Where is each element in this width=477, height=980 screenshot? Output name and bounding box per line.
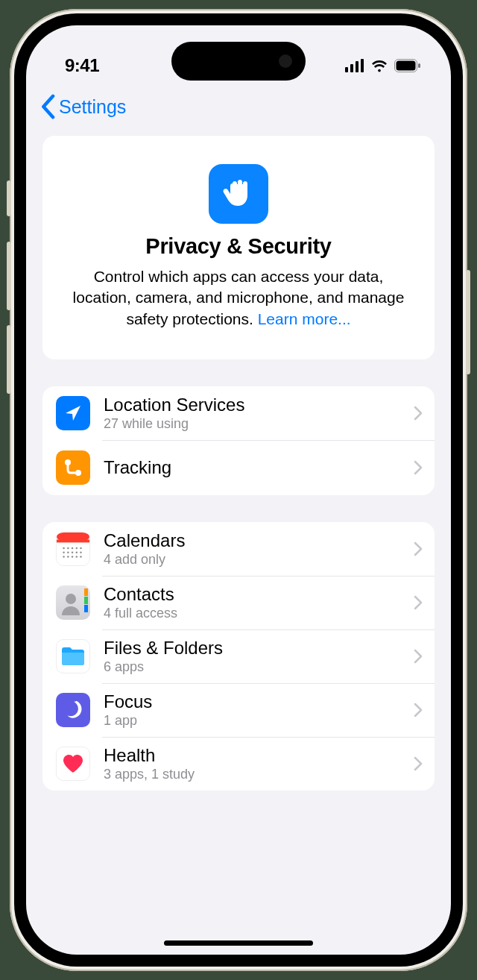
page-description-text: Control which apps can access your data,… — [73, 268, 405, 327]
svg-rect-10 — [57, 540, 89, 543]
svg-rect-3 — [361, 59, 364, 72]
svg-rect-29 — [84, 605, 88, 612]
row-tracking[interactable]: Tracking — [42, 440, 435, 495]
svg-rect-2 — [356, 61, 358, 72]
row-subtitle: 4 add only — [104, 552, 414, 568]
row-title: Files & Folders — [104, 638, 414, 659]
row-contacts[interactable]: Contacts 4 full access — [42, 576, 435, 629]
svg-point-12 — [67, 547, 69, 549]
row-title: Tracking — [104, 457, 414, 479]
row-health[interactable]: Health 3 apps, 1 study — [42, 737, 435, 791]
svg-point-18 — [72, 552, 73, 553]
row-focus[interactable]: Focus 1 app — [42, 683, 435, 737]
page-description: Control which apps can access your data,… — [63, 266, 414, 330]
row-title: Location Services — [104, 395, 414, 416]
svg-point-17 — [67, 552, 69, 553]
svg-point-19 — [76, 552, 78, 553]
row-calendars[interactable]: Calendars 4 add only — [42, 522, 435, 576]
svg-point-25 — [80, 556, 81, 557]
svg-rect-5 — [397, 61, 416, 71]
header-card: Privacy & Security Control which apps ca… — [42, 136, 435, 359]
chevron-right-icon — [414, 406, 423, 421]
wifi-icon — [370, 59, 388, 72]
row-subtitle: 27 while using — [104, 416, 414, 432]
row-location-services[interactable]: Location Services 27 while using — [42, 386, 435, 440]
svg-rect-0 — [345, 67, 348, 72]
screen: 9:41 Settings Privacy & Security — [26, 25, 451, 955]
chevron-right-icon — [414, 595, 423, 610]
svg-point-23 — [72, 556, 73, 557]
svg-point-14 — [76, 547, 78, 549]
page-title: Privacy & Security — [63, 234, 414, 259]
svg-point-11 — [63, 547, 64, 549]
nav-back-label[interactable]: Settings — [59, 96, 126, 118]
row-subtitle: 4 full access — [104, 606, 414, 621]
device-frame: 9:41 Settings Privacy & Security — [10, 9, 467, 971]
svg-rect-28 — [84, 597, 88, 604]
chevron-right-icon — [414, 703, 423, 717]
heart-icon — [56, 747, 90, 781]
svg-point-13 — [72, 547, 73, 549]
row-subtitle: 1 app — [104, 713, 414, 729]
svg-point-24 — [76, 556, 78, 557]
chevron-right-icon — [414, 649, 423, 664]
svg-point-15 — [80, 547, 81, 549]
content: Privacy & Security Control which apps ca… — [26, 136, 451, 791]
svg-point-8 — [75, 470, 81, 476]
dynamic-island — [171, 42, 306, 81]
row-files-folders[interactable]: Files & Folders 6 apps — [42, 629, 435, 683]
battery-icon — [394, 59, 421, 72]
device-bezel: 9:41 Settings Privacy & Security — [14, 13, 463, 967]
privacy-hand-icon — [209, 164, 268, 224]
svg-rect-27 — [84, 588, 88, 596]
row-subtitle: 6 apps — [104, 659, 414, 675]
row-title: Contacts — [104, 584, 414, 606]
learn-more-link[interactable]: Learn more... — [258, 310, 351, 327]
chevron-right-icon — [414, 460, 423, 475]
moon-icon — [56, 693, 90, 727]
physical-button — [466, 270, 470, 374]
cellular-icon — [345, 59, 364, 72]
svg-point-7 — [65, 459, 71, 465]
physical-button — [7, 180, 11, 216]
row-subtitle: 3 apps, 1 study — [104, 767, 414, 782]
chevron-right-icon — [414, 541, 423, 556]
row-title: Focus — [104, 691, 414, 713]
physical-button — [7, 325, 11, 394]
svg-point-16 — [63, 552, 64, 553]
nav-bar: Settings — [26, 85, 451, 136]
svg-point-22 — [67, 556, 69, 557]
svg-point-20 — [80, 552, 81, 553]
row-title: Health — [104, 745, 414, 767]
tracking-icon — [56, 450, 90, 485]
folder-icon — [56, 639, 90, 673]
svg-point-21 — [63, 556, 64, 557]
back-chevron-icon[interactable] — [40, 94, 56, 119]
svg-point-26 — [66, 594, 76, 604]
row-title: Calendars — [104, 530, 414, 552]
svg-rect-6 — [418, 63, 420, 68]
chevron-right-icon — [414, 756, 423, 771]
physical-button — [7, 242, 11, 310]
status-icons — [345, 59, 421, 72]
calendar-icon — [56, 532, 90, 566]
settings-group-apps: Calendars 4 add only Contacts 4 full acc… — [42, 522, 435, 791]
status-time: 9:41 — [65, 55, 99, 76]
contacts-icon — [56, 585, 90, 620]
svg-rect-1 — [350, 64, 353, 72]
location-arrow-icon — [56, 396, 90, 430]
home-indicator[interactable] — [164, 940, 313, 946]
settings-group-location: Location Services 27 while using Trackin… — [42, 386, 435, 495]
